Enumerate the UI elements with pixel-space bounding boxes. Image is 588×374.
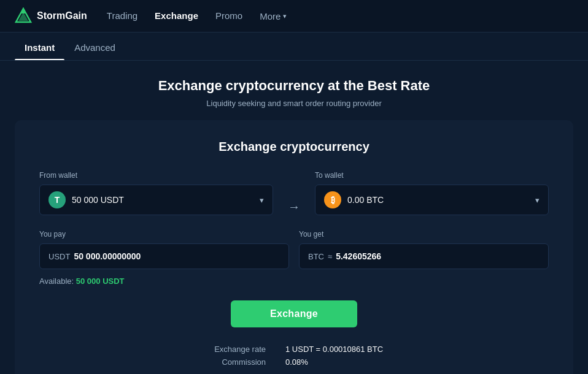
nav-exchange[interactable]: Exchange [155,10,198,21]
logo-text: StormGain [37,10,87,21]
get-value: 5.42605266 [336,251,381,261]
approx-icon: ≈ [328,252,332,261]
you-pay-input[interactable]: USDT 50 000.00000000 [39,243,289,269]
to-wallet-col: To wallet ₿ 0.00 BTC ▾ [315,171,549,215]
nav-promo[interactable]: Promo [215,10,242,21]
available-label: Available: [39,277,74,286]
tabs-bar: Instant Advanced [0,32,588,61]
pay-currency: USDT [48,252,70,261]
pay-get-row: You pay USDT 50 000.00000000 You get BTC… [39,230,549,269]
chevron-down-icon: ▾ [283,12,287,20]
get-currency: BTC [308,252,324,261]
from-coin-amount: 50 000 USDT [72,195,124,205]
from-wallet-label: From wallet [39,171,273,180]
card-title: Exchange cryptocurrency [39,140,549,154]
to-coin-amount: 0.00 BTC [347,195,384,205]
you-pay-label: You pay [39,230,289,239]
hero-section: Exchange cryptocurrency at the Best Rate… [0,61,588,120]
swap-arrow: → [283,200,305,215]
wallet-row: From wallet T 50 000 USDT ▾ → To wallet … [39,171,549,215]
pay-value: 50 000.00000000 [74,251,141,261]
nav-more[interactable]: More ▾ [260,11,287,21]
rate-info: Exchange rate 1 USDT = 0.00010861 BTC Co… [39,345,549,367]
nav-trading[interactable]: Trading [107,10,137,21]
btc-icon: ₿ [324,191,341,208]
navbar: StormGain Trading Exchange Promo More ▾ [0,0,588,32]
logo-icon [15,7,32,25]
from-wallet-select[interactable]: T 50 000 USDT ▾ [39,185,273,215]
commission-value: 0.08% [285,357,384,367]
usdt-icon: T [48,191,66,208]
tab-instant[interactable]: Instant [15,35,64,60]
tab-advanced[interactable]: Advanced [64,35,125,60]
hero-title: Exchange cryptocurrency at the Best Rate [15,78,573,94]
commission-label: Commission [204,357,266,367]
to-wallet-label: To wallet [315,171,549,180]
logo[interactable]: StormGain [15,7,87,25]
to-wallet-select[interactable]: ₿ 0.00 BTC ▾ [315,185,549,215]
exchange-rate-label: Exchange rate [204,345,266,354]
commission-row: Commission 0.08% [204,357,384,367]
exchange-rate-row: Exchange rate 1 USDT = 0.00010861 BTC [204,345,384,354]
exchange-button[interactable]: Exchange [231,300,357,327]
chevron-down-icon: ▾ [260,196,264,205]
chevron-down-icon: ▾ [535,196,540,205]
exchange-rate-value: 1 USDT = 0.00010861 BTC [285,345,384,354]
available-section: Available: 50 000 USDT [39,277,549,286]
exchange-button-row: Exchange [39,300,549,327]
from-wallet-col: From wallet T 50 000 USDT ▾ [39,171,273,215]
available-amount: 50 000 USDT [76,277,125,286]
arrow-right-icon: → [288,200,300,214]
you-get-input[interactable]: BTC ≈ 5.42605266 [299,243,549,269]
you-pay-col: You pay USDT 50 000.00000000 [39,230,289,269]
you-get-label: You get [299,230,549,239]
you-get-col: You get BTC ≈ 5.42605266 [299,230,549,269]
hero-subtitle: Liquidity seeking and smart order routin… [15,99,573,108]
exchange-card: Exchange cryptocurrency From wallet T 50… [15,120,573,374]
